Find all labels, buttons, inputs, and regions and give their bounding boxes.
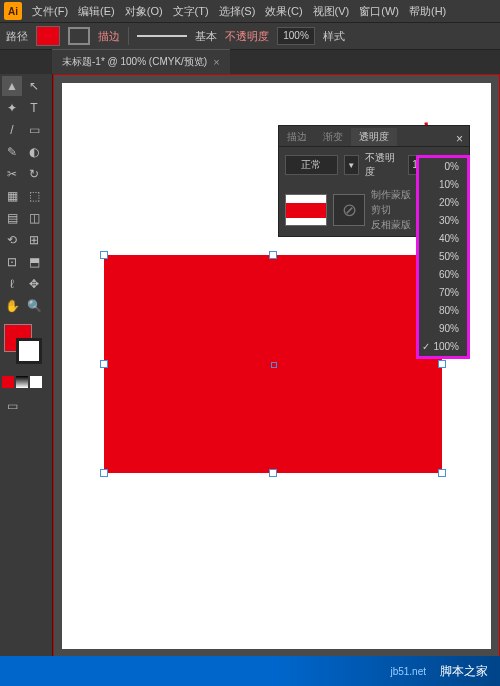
tool-9[interactable]: ↻ bbox=[24, 164, 44, 184]
opacity-option[interactable]: 60% bbox=[419, 266, 467, 284]
style-label: 样式 bbox=[323, 29, 345, 44]
no-mask-icon: ⊘ bbox=[333, 194, 365, 226]
tool-13[interactable]: ◫ bbox=[24, 208, 44, 228]
fill-stroke-control[interactable] bbox=[2, 324, 46, 368]
menu-view[interactable]: 视图(V) bbox=[309, 2, 354, 21]
gradient-mode-icon[interactable] bbox=[16, 376, 28, 388]
tool-14[interactable]: ⟲ bbox=[2, 230, 22, 250]
tab-close-icon[interactable]: × bbox=[213, 56, 219, 68]
path-label: 路径 bbox=[6, 29, 28, 44]
panel-opacity-label: 不透明度 bbox=[365, 151, 402, 179]
menu-help[interactable]: 帮助(H) bbox=[405, 2, 450, 21]
menu-select[interactable]: 选择(S) bbox=[215, 2, 260, 21]
blend-mode-select[interactable]: 正常 bbox=[285, 155, 338, 175]
panel-tabs: 描边 渐变 透明度 × bbox=[279, 126, 469, 147]
separator bbox=[128, 27, 129, 45]
tab-transparency[interactable]: 透明度 bbox=[351, 128, 397, 146]
tool-12[interactable]: ▤ bbox=[2, 208, 22, 228]
tool-0[interactable]: ▲ bbox=[2, 76, 22, 96]
color-mode-row bbox=[2, 376, 46, 388]
menu-file[interactable]: 文件(F) bbox=[28, 2, 72, 21]
stroke-label: 描边 bbox=[98, 29, 120, 44]
opacity-option[interactable]: 10% bbox=[419, 176, 467, 194]
make-mask-button[interactable]: 制作蒙版 bbox=[371, 187, 411, 202]
handle-tc[interactable] bbox=[269, 251, 277, 259]
opacity-option[interactable]: 90% bbox=[419, 320, 467, 338]
tool-5[interactable]: ▭ bbox=[24, 120, 44, 140]
basic-label: 基本 bbox=[195, 29, 217, 44]
footer: jb51.net 脚本之家 bbox=[0, 656, 500, 686]
handle-bl[interactable] bbox=[100, 469, 108, 477]
fill-swatch[interactable] bbox=[36, 26, 60, 46]
blend-dropdown-icon[interactable]: ▼ bbox=[344, 155, 359, 175]
stroke-preview[interactable] bbox=[137, 35, 187, 37]
tab-stroke[interactable]: 描边 bbox=[279, 128, 315, 146]
opacity-option[interactable]: 80% bbox=[419, 302, 467, 320]
clip-checkbox[interactable]: 剪切 bbox=[371, 202, 411, 217]
options-bar: 路径 描边 基本 不透明度 100% 样式 bbox=[0, 23, 500, 50]
document-tab-label: 未标题-1* @ 100% (CMYK/预览) bbox=[62, 55, 207, 69]
mask-preview[interactable] bbox=[285, 194, 327, 226]
tool-2[interactable]: ✦ bbox=[2, 98, 22, 118]
tool-17[interactable]: ⬒ bbox=[24, 252, 44, 272]
stroke-color[interactable] bbox=[16, 338, 42, 364]
opacity-field[interactable]: 100% bbox=[277, 27, 315, 45]
tool-3[interactable]: T bbox=[24, 98, 44, 118]
tool-4[interactable]: / bbox=[2, 120, 22, 140]
tool-11[interactable]: ⬚ bbox=[24, 186, 44, 206]
opacity-option[interactable]: 20% bbox=[419, 194, 467, 212]
screen-mode-icon[interactable]: ▭ bbox=[2, 396, 22, 416]
handle-bc[interactable] bbox=[269, 469, 277, 477]
opacity-option[interactable]: 40% bbox=[419, 230, 467, 248]
footer-site: jb51.net bbox=[390, 666, 426, 677]
handle-br[interactable] bbox=[438, 469, 446, 477]
menu-object[interactable]: 对象(O) bbox=[121, 2, 167, 21]
tool-21[interactable]: 🔍 bbox=[24, 296, 44, 316]
tool-15[interactable]: ⊞ bbox=[24, 230, 44, 250]
tool-6[interactable]: ✎ bbox=[2, 142, 22, 162]
tool-1[interactable]: ↖ bbox=[24, 76, 44, 96]
opacity-option[interactable]: 50% bbox=[419, 248, 467, 266]
opacity-option[interactable]: 0% bbox=[419, 158, 467, 176]
menu-window[interactable]: 窗口(W) bbox=[355, 2, 403, 21]
handle-tl[interactable] bbox=[100, 251, 108, 259]
opacity-label: 不透明度 bbox=[225, 29, 269, 44]
handle-ml[interactable] bbox=[100, 360, 108, 368]
panel-close-icon[interactable]: × bbox=[450, 132, 469, 146]
tool-19[interactable]: ✥ bbox=[24, 274, 44, 294]
invert-checkbox[interactable]: 反相蒙版 bbox=[371, 217, 411, 232]
app-logo: Ai bbox=[4, 2, 22, 20]
menu-effect[interactable]: 效果(C) bbox=[261, 2, 306, 21]
handle-mr[interactable] bbox=[438, 360, 446, 368]
tool-10[interactable]: ▦ bbox=[2, 186, 22, 206]
mask-options: 制作蒙版 剪切 反相蒙版 bbox=[371, 187, 411, 232]
tool-18[interactable]: ℓ bbox=[2, 274, 22, 294]
tool-7[interactable]: ◐ bbox=[24, 142, 44, 162]
document-tab[interactable]: 未标题-1* @ 100% (CMYK/预览) × bbox=[52, 49, 230, 74]
menu-edit[interactable]: 编辑(E) bbox=[74, 2, 119, 21]
tool-8[interactable]: ✂ bbox=[2, 164, 22, 184]
center-mark bbox=[271, 362, 277, 368]
tool-20[interactable]: ✋ bbox=[2, 296, 22, 316]
tab-gradient[interactable]: 渐变 bbox=[315, 128, 351, 146]
opacity-option[interactable]: 70% bbox=[419, 284, 467, 302]
color-mode-icon[interactable] bbox=[2, 376, 14, 388]
toolbox: ▲↖✦T/▭✎◐✂↻▦⬚▤◫⟲⊞⊡⬒ℓ✥✋🔍 ▭ bbox=[0, 74, 53, 658]
opacity-option[interactable]: 100% bbox=[419, 338, 467, 356]
opacity-option[interactable]: 30% bbox=[419, 212, 467, 230]
selected-rectangle[interactable] bbox=[104, 255, 442, 473]
footer-brand: 脚本之家 bbox=[440, 663, 488, 680]
none-mode-icon[interactable] bbox=[30, 376, 42, 388]
menu-bar: Ai 文件(F) 编辑(E) 对象(O) 文字(T) 选择(S) 效果(C) 视… bbox=[0, 0, 500, 23]
menu-type[interactable]: 文字(T) bbox=[169, 2, 213, 21]
document-tabs: 未标题-1* @ 100% (CMYK/预览) × bbox=[0, 50, 500, 74]
opacity-dropdown: 0%10%20%30%40%50%60%70%80%90%100% bbox=[416, 155, 470, 359]
stroke-swatch[interactable] bbox=[68, 27, 90, 45]
tool-16[interactable]: ⊡ bbox=[2, 252, 22, 272]
